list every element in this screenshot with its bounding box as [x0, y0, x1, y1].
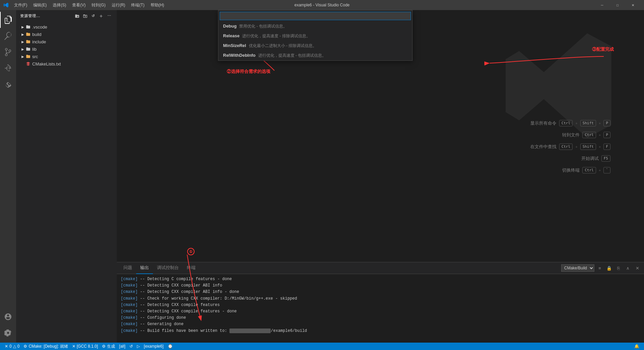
- annotation-1-circle: ①: [187, 248, 195, 255]
- src-folder-icon: [25, 54, 31, 59]
- shortcut-plus4: +: [575, 145, 577, 149]
- close-button[interactable]: ✕: [625, 0, 641, 10]
- warning-count: 0: [17, 344, 20, 349]
- activity-search[interactable]: [0, 28, 16, 44]
- tree-item-lib[interactable]: ▶ lib: [16, 45, 117, 53]
- dropdown-item-minsizerel[interactable]: MinSizeRel 优化最小二进制大小 - 排除调试信息。: [218, 41, 412, 51]
- shortcuts-panel: 显示所有命令 Ctrl + Shift + P 转到文件 Ctrl + P 在文…: [530, 120, 610, 173]
- annotation-1-area: ①: [187, 248, 195, 255]
- terminal-close-btn[interactable]: ✕: [633, 264, 641, 272]
- activity-source-control[interactable]: [0, 44, 16, 60]
- terminal-copy-btn[interactable]: ⎘: [614, 264, 623, 272]
- status-errors[interactable]: ✕ 0 △ 0: [3, 343, 21, 350]
- shortcut-row-goto: 转到文件 Ctrl + P: [530, 132, 610, 138]
- dropdown-item-debug[interactable]: Debug 禁用优化 - 包括调试信息。: [218, 21, 412, 31]
- shortcut-plus3: +: [599, 133, 601, 137]
- shortcut-debug-label: 开始调试: [581, 156, 599, 162]
- new-folder-button[interactable]: [82, 13, 89, 19]
- status-refresh[interactable]: ↺: [127, 343, 135, 350]
- arrow-1: [184, 255, 217, 322]
- menu-goto[interactable]: 转到(G): [89, 2, 108, 9]
- minimize-button[interactable]: ─: [594, 0, 610, 10]
- tree-item-include[interactable]: ▶ include: [16, 38, 117, 45]
- maximize-button[interactable]: □: [610, 0, 625, 10]
- command-input[interactable]: [220, 12, 411, 20]
- tree-label-vscode: .vscode: [32, 25, 47, 30]
- tree-item-cmakelists[interactable]: CMakeLists.txt: [16, 60, 117, 68]
- shortcut-p-key: P: [603, 120, 610, 126]
- shortcut-commands-label: 显示所有命令: [530, 120, 556, 126]
- menu-select[interactable]: 选择(S): [50, 2, 69, 9]
- terminal-lock-btn[interactable]: 🔒: [605, 264, 613, 272]
- shortcut-row-commands: 显示所有命令 Ctrl + Shift + P: [530, 120, 610, 126]
- refresh-explorer-button[interactable]: ↺: [90, 13, 97, 19]
- gcc-text: [GCC 8.1.0]: [77, 344, 98, 349]
- activity-settings[interactable]: [0, 325, 16, 341]
- status-cmake[interactable]: ⚙ CMake: [Debug]: 就绪: [21, 343, 70, 350]
- activity-debug[interactable]: [0, 60, 16, 76]
- activity-account[interactable]: [0, 309, 16, 325]
- menu-view[interactable]: 查看(V): [69, 2, 88, 9]
- shortcut-ctrl-key: Ctrl: [559, 120, 573, 126]
- status-gcc[interactable]: ✕ [GCC 8.1.0]: [70, 343, 100, 350]
- shortcut-f5-key: F5: [601, 155, 610, 162]
- shortcut-ctrl-key3: Ctrl: [559, 143, 573, 150]
- tree-item-vscode[interactable]: ▶ .vscode: [16, 23, 117, 31]
- error-count: 0: [9, 344, 12, 349]
- vscode-folder-icon: [25, 24, 31, 30]
- play-icon: ▷: [137, 344, 140, 349]
- collapse-all-button[interactable]: [98, 13, 105, 19]
- activity-bar: [0, 10, 16, 343]
- status-play[interactable]: ▷: [135, 343, 142, 350]
- dropdown-item-debug-desc: 禁用优化 - 包括调试信息。: [239, 24, 287, 29]
- menu-help[interactable]: 帮助(H): [148, 2, 167, 9]
- activity-extensions[interactable]: [0, 76, 16, 92]
- error-icon: ✕: [5, 344, 8, 349]
- more-actions-button[interactable]: ⋯: [106, 13, 113, 19]
- tree-item-build[interactable]: ▶ build: [16, 31, 117, 38]
- sidebar: 资源管理... ↺ ⋯ ▶: [16, 10, 117, 343]
- activity-explorer[interactable]: [0, 12, 16, 28]
- shortcut-ctrl-key4: Ctrl: [582, 167, 596, 173]
- build-icon: ⚙: [102, 344, 106, 349]
- annotation-2: ②选择符合需求的选项: [227, 69, 270, 75]
- status-notifications[interactable]: 🔔: [632, 343, 641, 350]
- tab-output[interactable]: 输出: [136, 262, 153, 274]
- sidebar-header-actions: ↺ ⋯: [74, 13, 113, 19]
- menu-edit[interactable]: 编辑(E): [31, 2, 49, 9]
- terminal-lines-btn[interactable]: ≡: [596, 264, 604, 272]
- status-bar-right: 🔔: [632, 343, 641, 350]
- tree-item-src[interactable]: ▶ src: [16, 53, 117, 60]
- terminal-channel-selector[interactable]: CMake/Build: [561, 264, 594, 272]
- status-project[interactable]: [example6]: [142, 343, 166, 350]
- status-history[interactable]: ⌚: [166, 343, 175, 350]
- dropdown-item-release[interactable]: Release 进行优化，提高速度 - 排除调试信息。: [218, 31, 412, 41]
- build-text: 生成: [107, 344, 115, 349]
- shortcut-plus1: +: [575, 121, 577, 125]
- cmake-status-text: CMake: [Debug]: 就绪: [29, 344, 68, 349]
- shortcut-goto-label: 转到文件: [562, 132, 580, 138]
- tree-arrow-vscode: ▶: [20, 24, 25, 30]
- term-line-9: [cmake] -- Build files have been written…: [121, 328, 640, 334]
- dropdown-item-relwithdebinfo[interactable]: RelWithDebInfo 进行优化，提高速度 - 包括调试信息。: [218, 51, 412, 60]
- dropdown-item-relwithdebinfo-desc: 进行优化，提高速度 - 包括调试信息。: [258, 53, 326, 58]
- tree-label-cmake: CMakeLists.txt: [32, 61, 61, 67]
- menu-run[interactable]: 运行(R): [109, 2, 128, 9]
- new-file-button[interactable]: [74, 13, 80, 19]
- gcc-icon: ✕: [72, 344, 75, 349]
- menu-file[interactable]: 文件(F): [11, 2, 30, 9]
- status-all[interactable]: [all]: [117, 343, 127, 350]
- tab-problems[interactable]: 问题: [119, 262, 136, 274]
- tab-debug-console[interactable]: 调试控制台: [153, 262, 183, 274]
- shortcut-plus5: +: [599, 145, 601, 149]
- file-tree: ▶ .vscode ▶ build ▶ include: [16, 22, 117, 343]
- main-layout: 资源管理... ↺ ⋯ ▶: [0, 10, 644, 343]
- menu-terminal[interactable]: 终端(T): [128, 2, 147, 9]
- command-dropdown: Debug 禁用优化 - 包括调试信息。 Release 进行优化，提高速度 -…: [218, 10, 413, 61]
- window-title: example6 - Visual Studio Code: [294, 3, 350, 7]
- status-build-icon[interactable]: ⚙ 生成: [100, 343, 117, 350]
- menu-bar: 文件(F) 编辑(E) 选择(S) 查看(V) 转到(G) 运行(R) 终端(T…: [11, 2, 167, 9]
- terminal-up-btn[interactable]: ∧: [624, 264, 632, 272]
- cmake-status-icon: ⚙: [23, 344, 27, 349]
- shortcut-plus2: +: [599, 121, 601, 125]
